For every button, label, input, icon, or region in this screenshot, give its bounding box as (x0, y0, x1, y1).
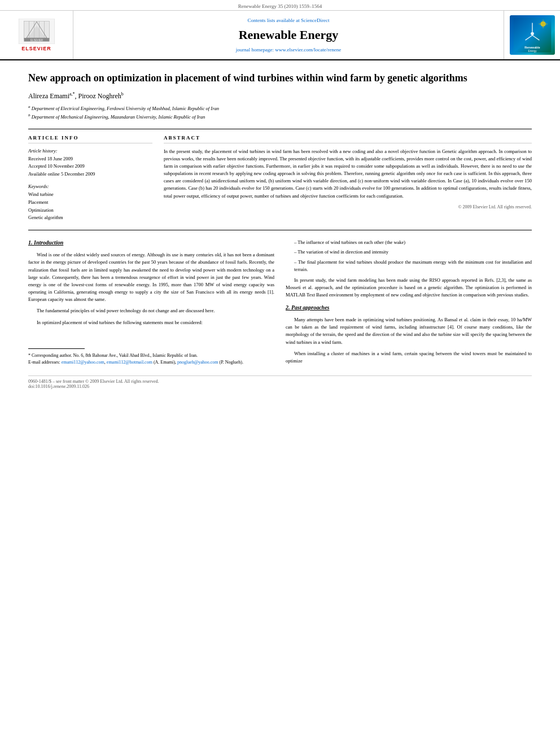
science-direct-line: Contents lists available at ScienceDirec… (248, 18, 330, 23)
keyword-3: Genetic algorithm (28, 214, 152, 222)
svg-point-11 (531, 32, 534, 36)
section-2-heading: 2. Past approaches (286, 303, 532, 312)
journal-logo-area: Renewable Energy (504, 11, 560, 59)
keyword-1: Placement (28, 199, 152, 207)
email-label: E-mail addresses: (28, 360, 62, 365)
elsevier-logo: ELSEVIER ELSEVIER (17, 19, 56, 51)
author-2-sup: b (121, 91, 124, 97)
issn-line: 0960-1481/$ – see front matter © 2009 El… (28, 379, 532, 384)
journal-main-title: Renewable Energy (239, 28, 339, 42)
contents-text: Contents lists available at (248, 18, 300, 23)
history-item-2: Available online 5 December 2009 (28, 171, 152, 178)
svg-text:ELSEVIER: ELSEVIER (30, 39, 43, 42)
elsevier-label: ELSEVIER (21, 46, 51, 51)
body-two-col: 1. Introduction Wind is one of the oldes… (28, 236, 532, 369)
body-col-left: 1. Introduction Wind is one of the oldes… (28, 236, 274, 369)
email-link-1[interactable]: emami112@yahoo.com (62, 360, 104, 365)
email-link-2[interactable]: emami112@hotmail.com (107, 360, 152, 365)
bullet-item-2: – The final placement for wind turbines … (291, 259, 532, 274)
journal-citation: Renewable Energy 35 (2010) 1559–1564 (238, 3, 322, 9)
article-history: Article history: Received 18 June 2009 A… (28, 148, 152, 178)
divider-1 (28, 129, 532, 129)
abstract-title: ABSTRACT (164, 135, 532, 143)
email-link-3[interactable]: pnoglueh@yahoo.com (177, 360, 218, 365)
keywords-title: Keywords: (28, 184, 152, 189)
article-history-title: Article history: (28, 148, 152, 154)
author-1-name: Alireza Emami (28, 92, 69, 100)
abstract-text: In the present study, the placement of w… (164, 148, 532, 200)
footnote-divider (28, 348, 85, 349)
affiliation-1: a Department of Electrical Engineering, … (28, 104, 532, 112)
author-2-name: Pirooz Noghreh (78, 92, 121, 100)
journal-header: ELSEVIER ELSEVIER Contents lists availab… (0, 11, 560, 60)
journal-logo-box: Renewable Energy (510, 15, 555, 55)
journal-homepage: journal homepage: www.elsevier.com/locat… (236, 47, 341, 53)
journal-top-bar: Renewable Energy 35 (2010) 1559–1564 (0, 0, 560, 11)
renewable-energy-logo-icon: Renewable Energy (513, 18, 552, 53)
svg-text:Renewable: Renewable (524, 46, 540, 49)
intro-para-2: The fundamental principles of wind power… (28, 307, 274, 314)
page-footer: 0960-1481/$ – see front matter © 2009 El… (28, 375, 532, 389)
main-content: New approach on optimization in placemen… (0, 60, 560, 400)
authors-line: Alireza Emamia,*, Pirooz Noghrehb (28, 91, 532, 101)
keyword-0: Wind turbine (28, 191, 152, 199)
email-author-1: (A. Emami), (154, 360, 177, 365)
section2-para-2: When installing a cluster of machines in… (286, 350, 532, 365)
elsevier-emblem-icon: ELSEVIER (17, 19, 56, 44)
abstract-section: ABSTRACT In the present study, the place… (164, 135, 532, 222)
article-info-abstract-section: ARTICLE INFO Article history: Received 1… (28, 135, 532, 222)
footnote-corresponding: * Corresponding author. No. 6, 8th Bahon… (28, 352, 274, 359)
affiliations: a Department of Electrical Engineering, … (28, 104, 532, 120)
science-direct-link-text[interactable]: ScienceDirect (301, 18, 329, 23)
elsevier-logo-area: ELSEVIER ELSEVIER (0, 11, 73, 59)
bullet-list: – The influence of wind turbines on each… (291, 239, 532, 274)
section2-para-1: Many attempts have been made in optimizi… (286, 316, 532, 346)
article-info-title: ARTICLE INFO (28, 135, 152, 143)
article-info: ARTICLE INFO Article history: Received 1… (28, 135, 152, 222)
affiliation-2: b Department of Mechanical Engineering, … (28, 112, 532, 121)
doi-line: doi:10.1016/j.renene.2009.11.026 (28, 384, 532, 389)
keyword-2: Optimization (28, 207, 152, 215)
keywords-section: Keywords: Wind turbine Placement Optimiz… (28, 184, 152, 221)
paper-title: New approach on optimization in placemen… (28, 72, 532, 85)
intro-para-after-bullets: In present study, the wind farm modeling… (286, 277, 532, 299)
svg-text:Energy: Energy (528, 50, 537, 53)
copyright-line: © 2009 Elsevier Ltd. All rights reserved… (164, 204, 532, 209)
email-author-2: (P. Noglueh). (220, 360, 243, 365)
history-item-0: Received 18 June 2009 (28, 155, 152, 163)
divider-2 (28, 230, 532, 230)
svg-point-15 (540, 21, 546, 27)
homepage-label: journal homepage: www.elsevier.com/locat… (236, 47, 341, 53)
page: Renewable Energy 35 (2010) 1559–1564 (0, 0, 560, 747)
history-item-1: Accepted 10 November 2009 (28, 163, 152, 171)
section-1-heading: 1. Introduction (28, 238, 274, 247)
footnote-email: E-mail addresses: emami112@yahoo.com, em… (28, 359, 274, 366)
bullet-item-0: – The influence of wind turbines on each… (291, 239, 532, 247)
bullet-item-1: – The variation of wind in direction and… (291, 248, 532, 256)
intro-para-1: Wind is one of the oldest widely used so… (28, 251, 274, 303)
body-col-right: – The influence of wind turbines on each… (286, 236, 532, 369)
journal-title-area: Contents lists available at ScienceDirec… (73, 11, 504, 59)
intro-para-3: In optimized placement of wind turbines … (28, 319, 274, 326)
author-1-sup: a,* (69, 91, 75, 97)
